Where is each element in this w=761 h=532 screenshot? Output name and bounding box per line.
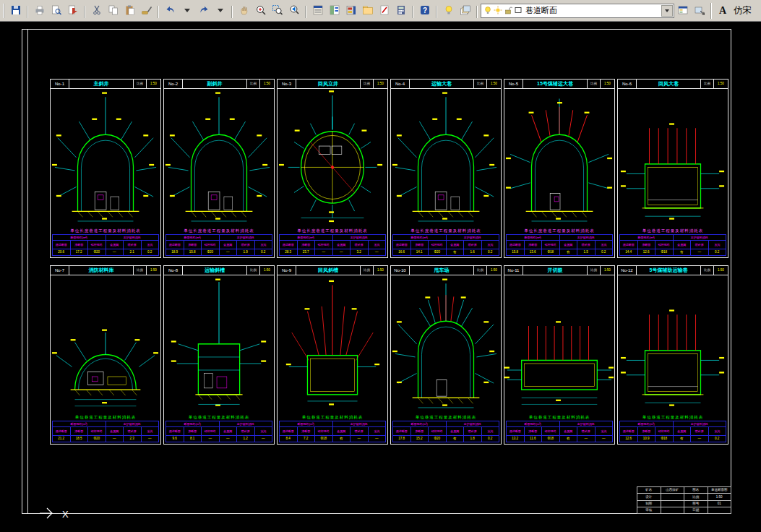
text-style-icon[interactable]: A bbox=[719, 5, 726, 17]
zoom-window-icon[interactable] bbox=[269, 2, 285, 19]
panel-number: No-1 bbox=[51, 80, 69, 88]
layer-states-icon[interactable] bbox=[440, 2, 457, 19]
combo-dropdown-button[interactable] bbox=[661, 5, 673, 17]
titleblock-cell: 图号 bbox=[684, 500, 708, 507]
zoom-realtime-icon[interactable] bbox=[252, 2, 269, 19]
panel-caption: 单位巷道工程量及材料消耗表 bbox=[391, 414, 501, 421]
panel-number: No-5 bbox=[504, 80, 523, 88]
match-properties-icon[interactable] bbox=[138, 2, 155, 19]
panel-caption: 单位巷道工程量及材料消耗表 bbox=[504, 414, 614, 421]
sheet-set-icon[interactable] bbox=[359, 2, 376, 19]
section-panel-no-11[interactable]: No-11开切眼比例1:50单位巷道工程量及材料消耗表断面规格(m²)支护材料消… bbox=[504, 265, 615, 445]
section-panel-no-8[interactable]: No-8运输斜槽比例1:50单位巷道工程量及材料消耗表断面规格(m²)支护材料消… bbox=[163, 265, 275, 445]
section-panel-no-12[interactable]: No-125号煤辅助运输巷比例1:50单位巷道工程量及材料消耗表断面规格(m²)… bbox=[617, 265, 728, 445]
quantity-table: 断面规格(m²)支护材料消耗掘进断面净断面锚杆规格金属网喷砼厚水沟20.617.… bbox=[52, 234, 159, 256]
layer-state-icons bbox=[483, 4, 523, 17]
bulb-on-icon[interactable] bbox=[483, 4, 492, 17]
panel-number: No-6 bbox=[618, 80, 637, 88]
titleblock-cell: 设计 bbox=[637, 494, 661, 500]
section-drawing bbox=[278, 89, 387, 228]
design-center-icon[interactable] bbox=[326, 2, 343, 19]
drawing-canvas[interactable]: No-1主斜井比例1:50单位长度巷道工程量及材料消耗表断面规格(m²)支护材料… bbox=[0, 22, 761, 532]
panel-scale-value: 1:50 bbox=[713, 266, 728, 275]
panel-scale-value: 1:50 bbox=[373, 80, 387, 88]
panel-number: No-12 bbox=[618, 266, 637, 275]
panel-caption: 单位长度巷道工程量及材料消耗表 bbox=[164, 228, 274, 234]
section-panel-no-5[interactable]: No-515号煤辅运大巷比例1:50单位长度巷道工程量及材料消耗表断面规格(m²… bbox=[504, 79, 615, 258]
quantity-table: 断面规格(m²)支护材料消耗掘进断面净断面锚杆规格金属网喷砼厚水沟13.211.… bbox=[506, 421, 613, 442]
panel-scale-label: 比例 bbox=[133, 80, 146, 88]
toolbar-separator bbox=[27, 6, 28, 18]
undo-icon[interactable] bbox=[162, 2, 179, 19]
section-panel-no-7[interactable]: No-7消防材料库比例1:50单位巷道工程量及材料消耗表断面规格(m²)支护材料… bbox=[50, 265, 161, 445]
section-panel-no-6[interactable]: No-6回风大巷比例1:50单位巷道工程量及材料消耗表断面规格(m²)支护材料消… bbox=[617, 79, 728, 258]
panel-caption: 单位巷道工程量及材料消耗表 bbox=[278, 414, 387, 421]
tool-palettes-icon[interactable] bbox=[343, 2, 359, 19]
layer-name: 巷道断面 bbox=[525, 5, 661, 16]
redo-icon[interactable] bbox=[195, 2, 212, 19]
undo-dropdown-icon[interactable] bbox=[179, 2, 195, 19]
panel-header: No-515号煤辅运大巷比例1:50 bbox=[504, 80, 614, 89]
panel-header: No-125号煤辅助运输巷比例1:50 bbox=[618, 266, 728, 275]
calculator-icon[interactable] bbox=[392, 2, 409, 19]
sheet-margin-line bbox=[27, 30, 28, 513]
quantity-table: 断面规格(m²)支护材料消耗掘进断面净断面锚杆规格金属网喷砼厚水沟14.412.… bbox=[619, 234, 726, 256]
help-icon[interactable]: ? bbox=[416, 2, 433, 19]
toolbar-separator bbox=[412, 6, 413, 18]
section-panel-no-10[interactable]: No-10甩车场比例1:50单位巷道工程量及材料消耗表断面规格(m²)支护材料消… bbox=[390, 265, 502, 445]
titleblock-cell: 01 bbox=[708, 500, 731, 507]
copy-icon[interactable] bbox=[105, 2, 121, 19]
panel-header: No-9回风斜槽比例1:50 bbox=[278, 266, 387, 275]
lock-open-icon[interactable] bbox=[504, 4, 512, 17]
panel-title: 甩车场 bbox=[410, 266, 473, 275]
redo-dropdown-icon[interactable] bbox=[212, 2, 228, 19]
layer-combobox[interactable]: 巷道断面 bbox=[481, 4, 674, 18]
panel-scale-label: 比例 bbox=[587, 266, 600, 275]
print-icon[interactable] bbox=[31, 2, 48, 19]
text-style-toolbar: A 仿宋 bbox=[718, 4, 755, 17]
quantity-table: 断面规格(m²)支护材料消耗掘进断面净断面锚杆规格金属网喷砼厚水沟15.813.… bbox=[506, 234, 613, 256]
titleblock-cell: 日期 bbox=[684, 507, 708, 513]
sun-thaw-icon[interactable] bbox=[494, 4, 502, 17]
titleblock-cell bbox=[661, 494, 684, 500]
color-swatch-icon[interactable] bbox=[514, 4, 523, 17]
panel-caption: 单位巷道工程量及材料消耗表 bbox=[51, 414, 160, 421]
layer-walk-icon[interactable] bbox=[691, 2, 708, 19]
cut-icon[interactable] bbox=[88, 2, 105, 19]
toolbar-grip[interactable] bbox=[3, 4, 5, 18]
save-icon[interactable] bbox=[7, 2, 24, 19]
section-panel-no-3[interactable]: No-3回风立井比例1:50单位长度巷道工程量及材料消耗表断面规格(m²)支护材… bbox=[277, 79, 388, 258]
toolbar-separator bbox=[84, 6, 85, 18]
panel-caption: 单位巷道工程量及材料消耗表 bbox=[618, 228, 728, 234]
layer-manager-icon[interactable] bbox=[674, 2, 691, 19]
panel-header: No-6回风大巷比例1:50 bbox=[618, 80, 728, 89]
panel-title: 主斜井 bbox=[69, 80, 133, 88]
section-panel-no-2[interactable]: No-2副斜井比例1:50单位长度巷道工程量及材料消耗表断面规格(m²)支护材料… bbox=[163, 79, 275, 258]
markup-icon[interactable] bbox=[376, 2, 392, 19]
toolbar-separator bbox=[305, 6, 306, 18]
layers-icon[interactable] bbox=[457, 2, 473, 19]
panel-header: No-3回风立井比例1:50 bbox=[278, 80, 387, 89]
paste-icon[interactable] bbox=[121, 2, 138, 19]
zoom-previous-icon[interactable] bbox=[285, 2, 302, 19]
properties-icon[interactable] bbox=[309, 2, 326, 19]
text-style-value[interactable]: 仿宋 bbox=[729, 4, 755, 17]
pan-icon[interactable] bbox=[236, 2, 252, 19]
panel-title: 5号煤辅助运输巷 bbox=[637, 266, 700, 275]
section-panel-no-4[interactable]: No-4运输大巷比例1:50单位长度巷道工程量及材料消耗表断面规格(m²)支护材… bbox=[390, 79, 502, 258]
panels-grid: No-1主斜井比例1:50单位长度巷道工程量及材料消耗表断面规格(m²)支护材料… bbox=[50, 79, 728, 445]
panel-title: 运输斜槽 bbox=[183, 266, 246, 275]
section-panel-no-9[interactable]: No-9回风斜槽比例1:50单位巷道工程量及材料消耗表断面规格(m²)支护材料消… bbox=[277, 265, 388, 445]
titleblock-cell bbox=[708, 507, 731, 513]
panel-header: No-11开切眼比例1:50 bbox=[504, 266, 614, 275]
print-preview-icon[interactable] bbox=[48, 2, 64, 19]
section-panel-no-1[interactable]: No-1主斜井比例1:50单位长度巷道工程量及材料消耗表断面规格(m²)支护材料… bbox=[50, 79, 161, 258]
panel-number: No-3 bbox=[278, 80, 296, 88]
main-toolbar: ? 巷道断面 A 仿宋 bbox=[0, 0, 761, 22]
panel-title: 开切眼 bbox=[523, 266, 587, 275]
panel-scale-label: 比例 bbox=[360, 80, 373, 88]
publish-icon[interactable] bbox=[64, 2, 81, 19]
section-drawing bbox=[504, 89, 614, 228]
quantity-table: 断面规格(m²)支护材料消耗掘进断面净断面锚杆规格金属网喷砼厚水沟28.323.… bbox=[279, 234, 386, 256]
panel-number: No-2 bbox=[164, 80, 183, 88]
